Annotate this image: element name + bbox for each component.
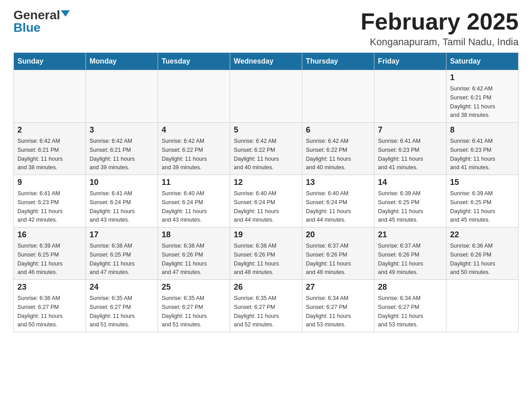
day-info: Sunrise: 6:35 AM Sunset: 6:27 PM Dayligh… [234, 295, 279, 328]
week-row-1: 1Sunrise: 6:42 AM Sunset: 6:21 PM Daylig… [14, 70, 519, 123]
calendar-cell [446, 280, 519, 332]
day-info: Sunrise: 6:41 AM Sunset: 6:23 PM Dayligh… [378, 138, 423, 171]
calendar-cell: 22Sunrise: 6:36 AM Sunset: 6:26 PM Dayli… [446, 227, 519, 280]
calendar-cell: 10Sunrise: 6:41 AM Sunset: 6:24 PM Dayli… [86, 175, 158, 227]
day-info: Sunrise: 6:42 AM Sunset: 6:21 PM Dayligh… [450, 86, 495, 118]
calendar-cell: 12Sunrise: 6:40 AM Sunset: 6:24 PM Dayli… [230, 175, 302, 227]
day-info: Sunrise: 6:39 AM Sunset: 6:25 PM Dayligh… [450, 190, 495, 223]
day-number: 26 [234, 283, 298, 292]
day-number: 18 [162, 230, 226, 240]
weekday-header-saturday: Saturday [446, 53, 519, 70]
day-number: 19 [234, 230, 298, 240]
calendar-table: SundayMondayTuesdayWednesdayThursdayFrid… [13, 52, 519, 332]
weekday-header-monday: Monday [86, 53, 158, 70]
day-number: 23 [17, 283, 82, 292]
calendar-cell: 6Sunrise: 6:42 AM Sunset: 6:22 PM Daylig… [302, 123, 374, 175]
weekday-header-wednesday: Wednesday [230, 53, 302, 70]
calendar-cell: 9Sunrise: 6:41 AM Sunset: 6:23 PM Daylig… [14, 175, 86, 227]
calendar-cell: 18Sunrise: 6:38 AM Sunset: 6:26 PM Dayli… [158, 227, 230, 280]
day-info: Sunrise: 6:39 AM Sunset: 6:25 PM Dayligh… [378, 190, 423, 223]
day-info: Sunrise: 6:40 AM Sunset: 6:24 PM Dayligh… [306, 190, 351, 223]
day-info: Sunrise: 6:41 AM Sunset: 6:24 PM Dayligh… [90, 190, 135, 223]
calendar-cell: 24Sunrise: 6:35 AM Sunset: 6:27 PM Dayli… [86, 280, 158, 332]
calendar-cell: 13Sunrise: 6:40 AM Sunset: 6:24 PM Dayli… [302, 175, 374, 227]
day-number: 12 [234, 178, 298, 187]
day-number: 24 [90, 283, 154, 292]
day-number: 3 [90, 125, 154, 135]
calendar-cell: 27Sunrise: 6:34 AM Sunset: 6:27 PM Dayli… [302, 280, 374, 332]
calendar-cell [158, 70, 230, 123]
calendar-cell [86, 70, 158, 123]
weekday-header-sunday: Sunday [14, 53, 86, 70]
calendar-cell [14, 70, 86, 123]
day-info: Sunrise: 6:40 AM Sunset: 6:24 PM Dayligh… [162, 190, 207, 223]
day-number: 11 [162, 178, 226, 187]
day-number: 27 [306, 283, 370, 292]
day-number: 16 [17, 230, 82, 240]
day-info: Sunrise: 6:36 AM Sunset: 6:27 PM Dayligh… [17, 295, 63, 328]
week-row-4: 16Sunrise: 6:39 AM Sunset: 6:25 PM Dayli… [14, 227, 519, 280]
calendar-cell: 11Sunrise: 6:40 AM Sunset: 6:24 PM Dayli… [158, 175, 230, 227]
day-info: Sunrise: 6:38 AM Sunset: 6:26 PM Dayligh… [162, 243, 207, 275]
day-info: Sunrise: 6:38 AM Sunset: 6:26 PM Dayligh… [234, 243, 279, 275]
day-info: Sunrise: 6:39 AM Sunset: 6:25 PM Dayligh… [17, 243, 63, 275]
day-info: Sunrise: 6:42 AM Sunset: 6:21 PM Dayligh… [17, 138, 63, 171]
day-info: Sunrise: 6:35 AM Sunset: 6:27 PM Dayligh… [162, 295, 207, 328]
day-number: 14 [378, 178, 442, 187]
day-info: Sunrise: 6:40 AM Sunset: 6:24 PM Dayligh… [234, 190, 279, 223]
weekday-header-thursday: Thursday [302, 53, 374, 70]
week-row-2: 2Sunrise: 6:42 AM Sunset: 6:21 PM Daylig… [14, 123, 519, 175]
week-row-3: 9Sunrise: 6:41 AM Sunset: 6:23 PM Daylig… [14, 175, 519, 227]
logo-general-text: General [13, 9, 60, 21]
calendar-cell: 1Sunrise: 6:42 AM Sunset: 6:21 PM Daylig… [446, 70, 519, 123]
calendar-cell [374, 70, 446, 123]
day-number: 1 [450, 73, 515, 82]
logo-triangle-icon [61, 10, 70, 17]
day-number: 15 [450, 178, 515, 187]
day-info: Sunrise: 6:42 AM Sunset: 6:22 PM Dayligh… [162, 138, 207, 171]
calendar-cell: 23Sunrise: 6:36 AM Sunset: 6:27 PM Dayli… [14, 280, 86, 332]
title-section: February 2025 Konganapuram, Tamil Nadu, … [360, 9, 519, 48]
logo-blue-text: Blue [13, 21, 41, 34]
calendar-cell: 14Sunrise: 6:39 AM Sunset: 6:25 PM Dayli… [374, 175, 446, 227]
weekday-header-row: SundayMondayTuesdayWednesdayThursdayFrid… [14, 53, 519, 70]
day-info: Sunrise: 6:41 AM Sunset: 6:23 PM Dayligh… [450, 138, 495, 171]
calendar-cell: 16Sunrise: 6:39 AM Sunset: 6:25 PM Dayli… [14, 227, 86, 280]
month-title: February 2025 [360, 9, 519, 34]
day-number: 17 [90, 230, 154, 240]
day-info: Sunrise: 6:36 AM Sunset: 6:26 PM Dayligh… [450, 243, 495, 275]
calendar-cell: 19Sunrise: 6:38 AM Sunset: 6:26 PM Dayli… [230, 227, 302, 280]
day-number: 25 [162, 283, 226, 292]
day-number: 28 [378, 283, 442, 292]
day-info: Sunrise: 6:37 AM Sunset: 6:26 PM Dayligh… [378, 243, 423, 275]
calendar-cell: 2Sunrise: 6:42 AM Sunset: 6:21 PM Daylig… [14, 123, 86, 175]
calendar-cell: 5Sunrise: 6:42 AM Sunset: 6:22 PM Daylig… [230, 123, 302, 175]
weekday-header-friday: Friday [374, 53, 446, 70]
calendar-cell: 25Sunrise: 6:35 AM Sunset: 6:27 PM Dayli… [158, 280, 230, 332]
day-info: Sunrise: 6:37 AM Sunset: 6:26 PM Dayligh… [306, 243, 351, 275]
day-info: Sunrise: 6:42 AM Sunset: 6:21 PM Dayligh… [90, 138, 135, 171]
calendar-cell [230, 70, 302, 123]
day-number: 8 [450, 125, 515, 135]
day-number: 2 [17, 125, 82, 135]
day-info: Sunrise: 6:42 AM Sunset: 6:22 PM Dayligh… [306, 138, 351, 171]
page-header: General Blue February 2025 Konganapuram,… [13, 9, 519, 48]
day-number: 5 [234, 125, 298, 135]
day-info: Sunrise: 6:41 AM Sunset: 6:23 PM Dayligh… [17, 190, 63, 223]
weekday-header-tuesday: Tuesday [158, 53, 230, 70]
calendar-cell [302, 70, 374, 123]
calendar-cell: 3Sunrise: 6:42 AM Sunset: 6:21 PM Daylig… [86, 123, 158, 175]
week-row-5: 23Sunrise: 6:36 AM Sunset: 6:27 PM Dayli… [14, 280, 519, 332]
day-number: 9 [17, 178, 82, 187]
day-info: Sunrise: 6:42 AM Sunset: 6:22 PM Dayligh… [234, 138, 279, 171]
calendar-cell: 20Sunrise: 6:37 AM Sunset: 6:26 PM Dayli… [302, 227, 374, 280]
calendar-cell: 21Sunrise: 6:37 AM Sunset: 6:26 PM Dayli… [374, 227, 446, 280]
logo: General Blue [13, 9, 70, 34]
calendar-cell: 26Sunrise: 6:35 AM Sunset: 6:27 PM Dayli… [230, 280, 302, 332]
calendar-cell: 15Sunrise: 6:39 AM Sunset: 6:25 PM Dayli… [446, 175, 519, 227]
calendar-cell: 17Sunrise: 6:38 AM Sunset: 6:25 PM Dayli… [86, 227, 158, 280]
day-number: 7 [378, 125, 442, 135]
day-number: 4 [162, 125, 226, 135]
day-number: 22 [450, 230, 515, 240]
calendar-cell: 8Sunrise: 6:41 AM Sunset: 6:23 PM Daylig… [446, 123, 519, 175]
